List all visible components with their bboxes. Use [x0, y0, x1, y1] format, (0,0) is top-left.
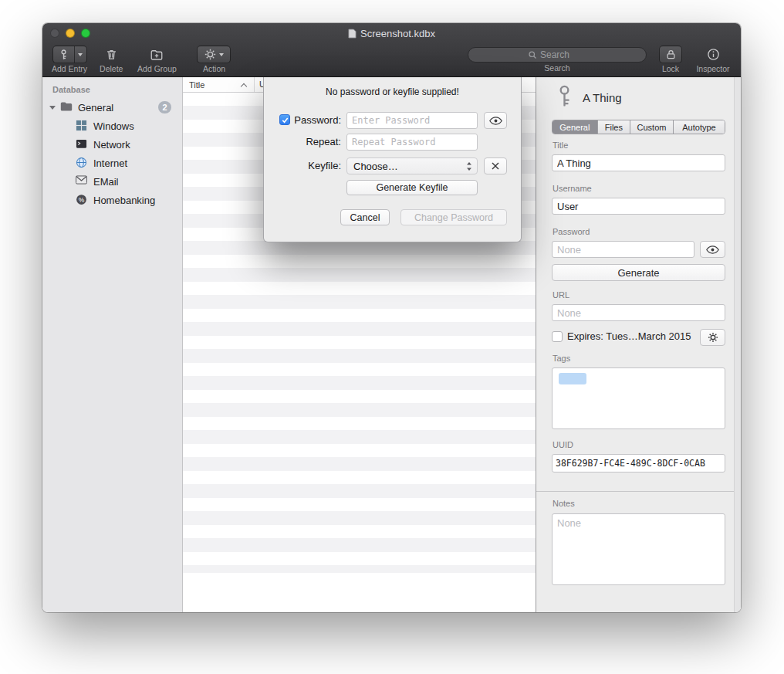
sidebar: Database General 2 Windows Network [42, 77, 183, 612]
action-button[interactable] [197, 46, 231, 63]
titlebar: Screenshot.kdbx [42, 23, 741, 43]
keyfile-value: Choose… [353, 161, 398, 172]
lock-button[interactable] [659, 46, 682, 63]
group-label: Network [93, 139, 130, 151]
reveal-password-button[interactable] [484, 112, 507, 129]
sidebar-item-homebanking[interactable]: % Homebanking [42, 191, 182, 209]
add-group-label: Add Group [137, 65, 177, 73]
document-icon [348, 29, 357, 39]
notes-separator [536, 491, 734, 492]
sidebar-item-windows[interactable]: Windows [42, 117, 182, 135]
svg-text:%: % [79, 196, 85, 204]
close-button[interactable] [50, 29, 59, 38]
window-header: Screenshot.kdbx Add Entry Delete [42, 23, 741, 77]
cancel-button[interactable]: Cancel [340, 209, 390, 225]
inspector-button[interactable] [694, 46, 732, 63]
search-icon [528, 50, 537, 59]
sidebar-item-email[interactable]: EMail [42, 172, 182, 191]
search-item: Search [468, 46, 647, 73]
gear-icon [204, 49, 216, 60]
group-label: Internet [93, 157, 127, 169]
action-label: Action [203, 65, 225, 73]
tab-files[interactable]: Files [598, 120, 630, 134]
add-entry-item: Add Entry [52, 46, 87, 73]
close-x-icon [491, 161, 500, 171]
chevron-down-icon [78, 53, 83, 56]
add-entry-menu-arrow[interactable] [75, 46, 86, 63]
generate-password-button[interactable]: Generate [552, 264, 725, 281]
repeat-password-input[interactable] [346, 134, 478, 151]
tab-general[interactable]: General [553, 120, 598, 134]
inspector-label: Inspector [696, 65, 729, 73]
zoom-button[interactable] [81, 29, 90, 38]
window-title: Screenshot.kdbx [348, 28, 435, 39]
action-item: Action [197, 46, 231, 73]
change-password-button[interactable]: Change Password [400, 209, 507, 225]
group-label: Homebanking [93, 195, 155, 206]
folder-plus-icon [150, 48, 164, 62]
sidebar-item-general[interactable]: General 2 [42, 98, 182, 117]
notes-label: Notes [553, 499, 575, 508]
lock-label: Lock [662, 65, 679, 73]
delete-button[interactable] [100, 46, 123, 63]
chevron-down-icon [219, 53, 224, 56]
windows-icon [76, 120, 88, 132]
add-group-item: Add Group [135, 46, 178, 73]
column-divider[interactable] [254, 77, 255, 92]
key-plus-icon [53, 46, 75, 63]
sort-ascending-icon [242, 83, 247, 88]
entry-title: A Thing [583, 91, 622, 104]
gear-icon [708, 332, 718, 343]
notes-field[interactable] [552, 513, 725, 585]
generate-keyfile-button[interactable]: Generate Keyfile [346, 180, 478, 195]
sidebar-header: Database [42, 82, 182, 98]
sidebar-item-internet[interactable]: Internet [42, 154, 182, 172]
uuid-field[interactable] [552, 454, 725, 472]
minimize-button[interactable] [66, 29, 75, 38]
url-field-label: URL [553, 290, 569, 300]
title-field-label: Title [553, 141, 568, 150]
title-field[interactable] [552, 154, 725, 171]
search-input[interactable] [540, 49, 586, 60]
tag-token[interactable] [559, 373, 586, 384]
disclosure-triangle-icon[interactable] [49, 106, 56, 110]
column-header-title[interactable]: Title [183, 80, 204, 90]
inspector-item: Inspector [694, 46, 732, 73]
tab-custom[interactable]: Custom [630, 120, 674, 134]
password-sheet: No password or keyfile supplied! Passwor… [263, 77, 522, 242]
password-field[interactable] [552, 241, 694, 258]
expires-settings-button[interactable] [700, 329, 725, 346]
password-checkbox[interactable] [279, 114, 290, 125]
lock-item: Lock [659, 46, 682, 73]
clear-keyfile-button[interactable] [484, 157, 507, 174]
search-field[interactable] [468, 47, 647, 63]
expires-checkbox[interactable] [552, 331, 563, 342]
password-input[interactable] [346, 112, 478, 129]
tags-box[interactable] [552, 367, 725, 429]
inspector-panel: A Thing General Files Custom Autotype Ti… [536, 77, 741, 612]
count-badge: 2 [158, 101, 171, 113]
trash-icon [105, 48, 118, 61]
keyfile-label: Keyfile: [292, 160, 341, 171]
sidebar-item-network[interactable]: Network [42, 135, 182, 154]
terminal-icon [76, 138, 88, 151]
window-title-text: Screenshot.kdbx [360, 28, 435, 39]
add-group-button[interactable] [135, 46, 178, 63]
url-field[interactable] [552, 304, 725, 321]
eye-icon [706, 246, 719, 254]
tab-autotype[interactable]: Autotype [674, 120, 725, 134]
popup-stepper-icon [466, 161, 472, 171]
add-entry-button[interactable] [52, 46, 87, 63]
key-icon [554, 84, 575, 107]
inspector-scrollbar[interactable] [734, 77, 741, 612]
eye-icon [489, 117, 502, 125]
username-field[interactable] [552, 198, 725, 215]
delete-item: Delete [100, 46, 123, 73]
globe-icon [76, 157, 88, 169]
toolbar: Add Entry Delete Add Group [42, 43, 741, 77]
reveal-password-button[interactable] [700, 241, 725, 258]
homebanking-icon: % [76, 194, 88, 206]
expires-label: Expires: Tues…March 2015 [567, 330, 691, 342]
keyfile-popup[interactable]: Choose… [346, 157, 478, 174]
info-icon [707, 48, 720, 61]
